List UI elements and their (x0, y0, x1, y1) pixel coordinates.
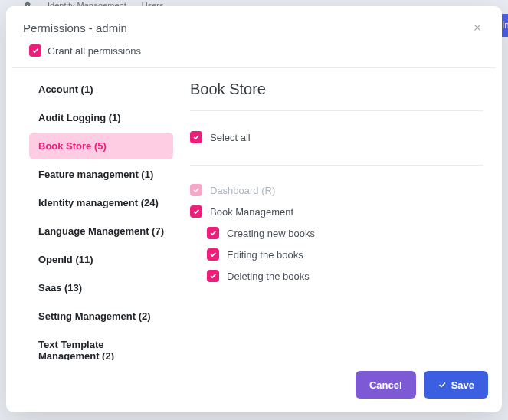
section-title: Book Store (190, 80, 483, 111)
select-all-label: Select all (210, 132, 251, 143)
permission-row: Book Management (190, 201, 483, 222)
modal-title: Permissions - admin (23, 21, 127, 34)
modal-header: Permissions - admin (6, 6, 502, 44)
check-icon (192, 133, 200, 141)
select-all-block: Select all (190, 111, 483, 166)
sidebar-item[interactable]: Audit Logging (1) (29, 104, 173, 131)
permission-label: Deleting the books (227, 271, 310, 282)
check-icon (192, 208, 200, 215)
permission-checkbox[interactable] (207, 248, 219, 261)
permission-children: Creating new booksEditing the booksDelet… (190, 222, 483, 287)
permission-label: Book Management (210, 206, 293, 218)
sidebar-item[interactable]: Text Template Management (2) (29, 331, 173, 360)
check-icon (209, 272, 217, 280)
permission-checkbox (190, 184, 202, 196)
permission-content: Book Store Select all Dashboard (R)Book … (173, 68, 496, 360)
permission-group-sidebar: Account (1)Audit Logging (1)Book Store (… (12, 68, 173, 360)
check-icon (209, 251, 217, 258)
sidebar-item[interactable]: Feature management (1) (29, 161, 173, 188)
check-icon (192, 186, 200, 194)
grant-all-row: Grant all permissions (12, 44, 496, 68)
close-button[interactable] (470, 20, 485, 35)
permission-label: Dashboard (R) (210, 185, 275, 196)
save-button[interactable]: Save (424, 371, 488, 399)
modal-body: Account (1)Audit Logging (1)Book Store (… (6, 68, 502, 360)
sidebar-item[interactable]: OpenId (11) (29, 246, 173, 273)
modal-footer: Cancel Save (6, 360, 502, 412)
check-icon (209, 229, 217, 237)
select-all-checkbox[interactable] (190, 131, 202, 143)
grant-all-checkbox[interactable] (29, 44, 41, 57)
sidebar-item[interactable]: Book Store (5) (29, 133, 173, 159)
grant-all-label: Grant all permissions (48, 45, 141, 57)
sidebar-item[interactable]: Language Management (7) (29, 218, 173, 244)
permission-label: Editing the books (227, 249, 303, 261)
permission-row: Deleting the books (207, 265, 483, 287)
permission-row: Editing the books (207, 244, 483, 265)
sidebar-item[interactable]: Setting Management (2) (29, 303, 173, 330)
cancel-button[interactable]: Cancel (356, 371, 416, 399)
permission-list: Dashboard (R)Book ManagementCreating new… (190, 166, 483, 287)
close-icon (472, 22, 483, 33)
sidebar-item[interactable]: Saas (13) (29, 274, 173, 301)
check-icon (31, 47, 39, 54)
permission-row: Creating new books (207, 222, 483, 244)
save-label: Save (451, 379, 474, 391)
permission-checkbox[interactable] (207, 227, 219, 239)
sidebar-item[interactable]: Account (1) (29, 76, 173, 103)
permissions-modal: Permissions - admin Grant all permission… (6, 6, 502, 412)
cancel-label: Cancel (369, 379, 402, 391)
check-icon (438, 380, 447, 389)
permission-label: Creating new books (227, 228, 315, 239)
permission-row: Dashboard (R) (190, 179, 483, 201)
permission-checkbox[interactable] (207, 270, 219, 282)
sidebar-item[interactable]: Identity management (24) (29, 189, 173, 216)
permission-checkbox[interactable] (190, 205, 202, 218)
